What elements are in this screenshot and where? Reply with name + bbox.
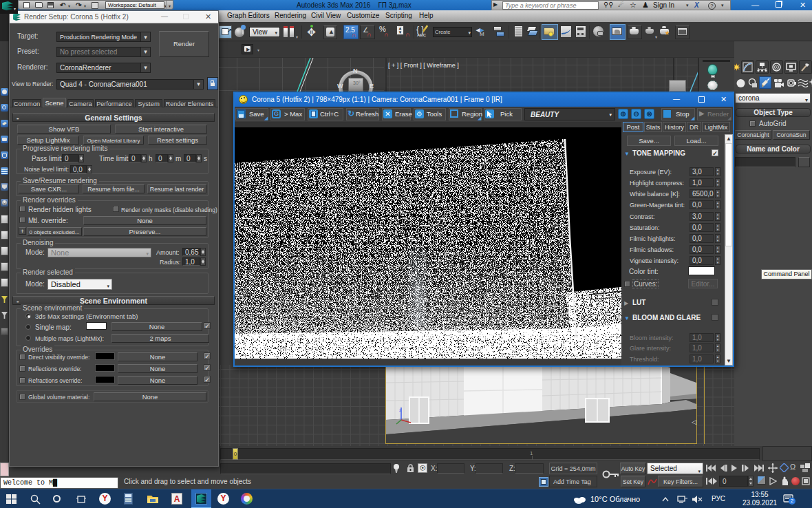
svg-text:z: z (399, 408, 402, 412)
